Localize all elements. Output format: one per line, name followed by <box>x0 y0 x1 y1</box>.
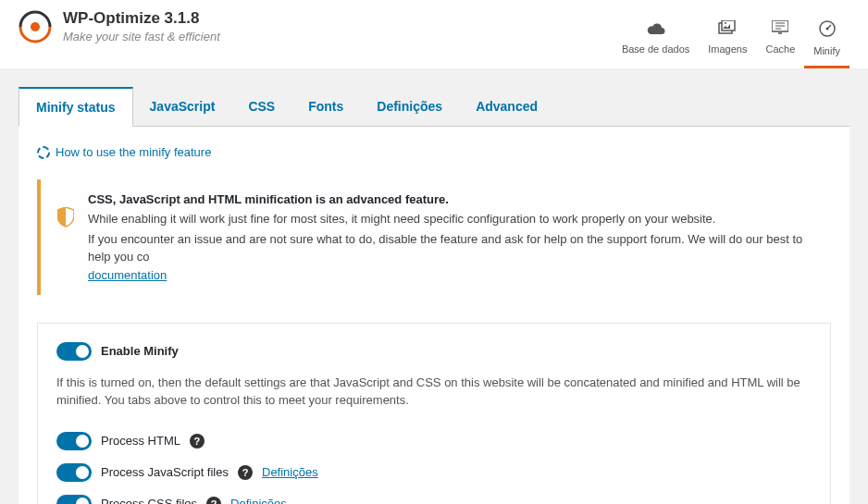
warning-line1: While enabling it will work just fine fo… <box>88 210 814 228</box>
nav-label: Minify <box>813 45 840 56</box>
enable-minify-label: Enable Minify <box>101 344 179 358</box>
warning-box: CSS, JavaScript and HTML minification is… <box>37 179 831 295</box>
wpo-logo-icon <box>19 10 52 43</box>
warning-title: CSS, JavaScript and HTML minification is… <box>88 192 814 206</box>
svg-rect-4 <box>722 20 735 31</box>
process-html-label: Process HTML <box>101 434 180 448</box>
process-css-label: Process CSS files <box>101 497 197 504</box>
svg-point-5 <box>725 22 726 24</box>
process-js-row: Process JavaScript files ? Definições <box>56 463 812 482</box>
svg-point-2 <box>31 22 40 31</box>
js-settings-link[interactable]: Definições <box>262 465 318 479</box>
nav-label: Imagens <box>708 43 747 55</box>
warning-content: CSS, JavaScript and HTML minification is… <box>88 192 814 282</box>
tab-advanced[interactable]: Advanced <box>459 87 554 126</box>
enable-minify-toggle[interactable] <box>56 342 92 361</box>
tab-fonts[interactable]: Fonts <box>291 87 360 126</box>
css-settings-link[interactable]: Definições <box>230 497 287 504</box>
svg-point-8 <box>825 28 828 31</box>
main-nav: Base de dados Imagens Cache Minify <box>613 9 849 68</box>
enable-minify-row: Enable Minify <box>56 342 812 361</box>
how-to-use-link[interactable]: How to use the minify feature <box>56 145 211 159</box>
nav-cache[interactable]: Cache <box>756 9 804 68</box>
app-tagline: Make your site fast & efficient <box>63 30 220 43</box>
tabs-container: Minify status JavaScript CSS Fonts Defin… <box>0 68 868 127</box>
nav-minify[interactable]: Minify <box>804 9 849 68</box>
cloud-icon <box>647 20 665 40</box>
brand: WP-Optimize 3.1.8 Make your site fast & … <box>19 9 220 57</box>
process-js-toggle[interactable] <box>56 463 92 482</box>
tab-javascript[interactable]: JavaScript <box>133 87 232 126</box>
nav-database[interactable]: Base de dados <box>613 9 699 68</box>
images-icon <box>718 20 737 40</box>
help-link-row: How to use the minify feature <box>37 145 831 159</box>
process-js-label: Process JavaScript files <box>101 465 229 479</box>
process-html-row: Process HTML ? <box>56 432 812 450</box>
process-html-toggle[interactable] <box>56 432 92 450</box>
process-css-row: Process CSS files ? Definições <box>56 495 812 505</box>
tab-css[interactable]: CSS <box>231 87 291 126</box>
help-icon[interactable]: ? <box>190 434 205 449</box>
help-icon[interactable]: ? <box>238 465 253 480</box>
brand-text: WP-Optimize 3.1.8 Make your site fast & … <box>63 9 220 43</box>
process-css-toggle[interactable] <box>56 495 92 505</box>
help-icon[interactable]: ? <box>206 497 221 505</box>
sub-tabs: Minify status JavaScript CSS Fonts Defin… <box>19 87 849 127</box>
life-ring-icon <box>37 146 50 159</box>
warning-line2: If you encounter an issue and are not su… <box>88 230 814 266</box>
settings-panel: Enable Minify If this is turned on, then… <box>37 323 831 505</box>
app-header: WP-Optimize 3.1.8 Make your site fast & … <box>0 0 868 68</box>
nav-images[interactable]: Imagens <box>699 9 756 68</box>
gauge-icon <box>819 20 836 42</box>
nav-label: Base de dados <box>622 43 689 55</box>
documentation-link[interactable]: documentation <box>88 268 167 282</box>
shield-icon <box>57 207 74 282</box>
nav-label: Cache <box>765 43 795 55</box>
cache-icon <box>772 20 788 40</box>
tab-content: How to use the minify feature CSS, JavaS… <box>19 127 849 504</box>
app-title: WP-Optimize 3.1.8 <box>63 9 220 28</box>
enable-minify-description: If this is turned on, then the default s… <box>56 374 812 410</box>
tab-settings[interactable]: Definições <box>360 87 459 126</box>
tab-minify-status[interactable]: Minify status <box>19 87 133 127</box>
